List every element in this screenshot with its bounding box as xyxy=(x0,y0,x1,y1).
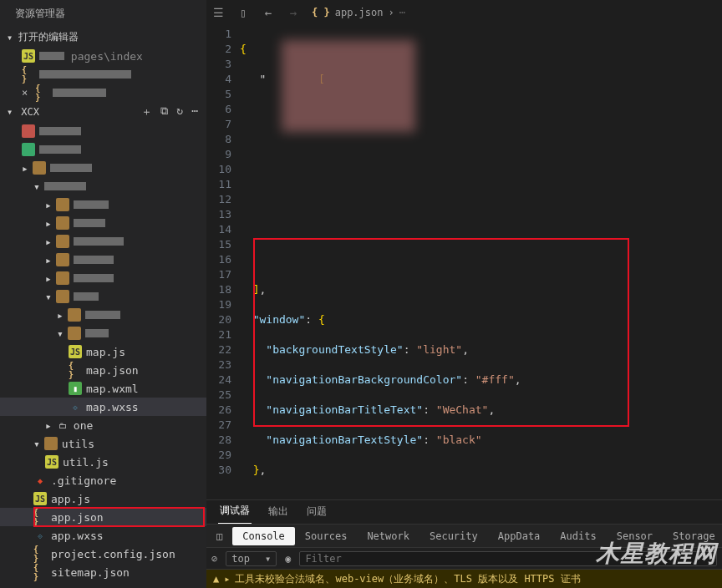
folder-icon xyxy=(56,271,69,285)
tree-item[interactable]: ▸ xyxy=(0,195,206,214)
js-file-icon: JS xyxy=(33,492,47,505)
refresh-icon[interactable]: ↻ xyxy=(176,104,183,119)
tree-item[interactable] xyxy=(0,140,206,159)
chevron-down-icon: ▾ xyxy=(33,438,40,450)
tree-item[interactable]: ▾ xyxy=(0,287,206,306)
chevron-right-icon: ▸ xyxy=(45,217,52,230)
eye-icon[interactable]: ◉ xyxy=(285,553,291,565)
devtab-sensor[interactable]: Sensor xyxy=(607,525,663,547)
js-file-icon: JS xyxy=(69,345,82,358)
tree-file-map-js[interactable]: JSmap.js xyxy=(0,342,206,361)
console-toolbar: ⊘ top▾ ◉ xyxy=(206,548,722,570)
tree-item[interactable]: ▾ xyxy=(0,324,206,342)
tree-item[interactable]: ▸ xyxy=(0,269,206,287)
warning-icon: ▲ xyxy=(213,573,219,585)
forward-icon[interactable]: → xyxy=(287,6,300,19)
chevron-down-icon: ▾ xyxy=(7,32,15,43)
tree-file-project-config[interactable]: { }project.config.json xyxy=(0,545,206,563)
tab-debugger[interactable]: 调试器 xyxy=(218,499,252,524)
git-icon: ◆ xyxy=(33,474,47,487)
devtab-audits[interactable]: Audits xyxy=(550,525,606,547)
breadcrumb[interactable]: { } app.json › ⋯ xyxy=(312,7,405,18)
file-tree: ▸ ▾ ▸ ▸ ▸ ▸ ▸ ▾ ▸ ▾ JSmap.js { }map.json… xyxy=(0,122,206,588)
tree-folder-utils[interactable]: ▾utils xyxy=(0,434,206,453)
code-editor[interactable]: 1234567891011121314151617181920212223242… xyxy=(206,25,722,499)
wxss-file-icon: ⟐ xyxy=(33,529,47,542)
tree-item[interactable] xyxy=(0,122,206,140)
tree-item[interactable]: ▸ xyxy=(0,159,206,177)
tab-output[interactable]: 输出 xyxy=(267,499,290,524)
chevron-right-icon: ▸ xyxy=(45,419,52,432)
chevron-right-icon: ▸ xyxy=(45,272,52,285)
explorer-title: 资源管理器 xyxy=(0,0,206,28)
json-file-icon: { } xyxy=(22,68,35,81)
tree-item[interactable]: ▸ xyxy=(0,232,206,251)
folder-icon xyxy=(56,235,69,248)
json-file-icon: { } xyxy=(33,565,47,579)
tree-item[interactable]: ▸ xyxy=(0,306,206,324)
tree-file-sitemap[interactable]: { }sitemap.json xyxy=(0,563,206,581)
open-editor-item[interactable]: × { } xyxy=(0,84,206,102)
devtab-network[interactable]: Network xyxy=(357,525,419,547)
tree-folder-one[interactable]: ▸🗀one xyxy=(0,416,206,434)
chevron-right-icon: ▸ xyxy=(45,236,52,248)
folder-icon xyxy=(44,437,58,450)
folder-icon xyxy=(68,327,81,340)
devtab-storage[interactable]: Storage xyxy=(663,525,722,547)
tree-item[interactable]: ▸ xyxy=(0,251,206,269)
bottom-panel-tabs: 调试器 输出 问题 xyxy=(206,499,722,525)
devtab-security[interactable]: Security xyxy=(419,525,488,547)
tab-problems[interactable]: 问题 xyxy=(305,499,328,524)
json-file-icon: { } xyxy=(35,86,48,99)
console-warning: ▲ ▸ 工具未校验合法域名、web-view（业务域名）、TLS 版本以及 HT… xyxy=(206,570,722,588)
folder-icon xyxy=(56,253,69,266)
more-icon[interactable]: ⋯ xyxy=(191,104,198,119)
tree-file-gitignore[interactable]: ◆.gitignore xyxy=(0,471,206,489)
project-section[interactable]: ▾ XCX ＋ ⧉ ↻ ⋯ xyxy=(0,102,206,122)
close-icon[interactable]: × xyxy=(22,87,28,99)
new-folder-icon[interactable]: ⧉ xyxy=(160,104,168,119)
tree-file-map-json[interactable]: { }map.json xyxy=(0,361,206,379)
chevron-right-icon: ▸ xyxy=(57,309,64,322)
list-icon[interactable]: ☰ xyxy=(211,6,225,19)
tree-file-app-wxss[interactable]: ⟐app.wxss xyxy=(0,526,206,545)
tree-file-map-wxml[interactable]: ▮map.wxml xyxy=(0,379,206,398)
chevron-right-icon: ▸ xyxy=(45,199,52,211)
devtab-console[interactable]: Console xyxy=(232,527,295,545)
inspect-icon[interactable]: ◫ xyxy=(206,525,232,547)
wxss-file-icon: ⟐ xyxy=(69,400,82,413)
clear-icon[interactable]: ⊘ xyxy=(211,553,217,565)
tree-file-app-js[interactable]: JSapp.js xyxy=(0,489,206,508)
filter-input[interactable] xyxy=(299,551,717,566)
folder-icon xyxy=(22,124,35,138)
chevron-down-icon: ▾ xyxy=(33,180,40,193)
devtab-appdata[interactable]: AppData xyxy=(488,525,551,547)
tree-file-map-wxss[interactable]: ⟐map.wxss xyxy=(0,398,206,416)
tree-item[interactable]: ▾ xyxy=(0,177,206,195)
open-editor-item[interactable]: JS pages\index xyxy=(0,47,206,65)
code-content[interactable]: { " [ ], "wi xyxy=(240,25,722,499)
devtab-sources[interactable]: Sources xyxy=(295,525,358,547)
folder-icon: 🗀 xyxy=(56,418,69,432)
tree-file-util-js[interactable]: JSutil.js xyxy=(0,453,206,471)
folder-icon xyxy=(56,290,69,303)
folder-icon xyxy=(22,143,35,156)
chevron-down-icon: ▾ xyxy=(45,291,52,303)
context-dropdown[interactable]: top▾ xyxy=(226,551,277,566)
json-file-icon: { } xyxy=(33,547,47,560)
js-file-icon: JS xyxy=(22,49,35,63)
chevron-down-icon: ▾ xyxy=(57,327,64,340)
folder-icon xyxy=(33,161,46,175)
tree-file-app-json[interactable]: { }app.json xyxy=(0,508,206,526)
folder-icon xyxy=(68,308,81,322)
chevron-right-icon: ▸ xyxy=(224,573,230,585)
json-file-icon: { } xyxy=(69,363,82,377)
new-file-icon[interactable]: ＋ xyxy=(141,104,152,119)
open-editors-section[interactable]: ▾ 打开的编辑器 xyxy=(0,28,206,47)
tree-item[interactable]: ▸ xyxy=(0,214,206,232)
folder-icon xyxy=(56,216,69,230)
back-icon[interactable]: ← xyxy=(262,6,275,19)
open-editor-item[interactable]: { } xyxy=(0,65,206,84)
bookmark-icon[interactable]: ▯ xyxy=(236,6,250,19)
chevron-right-icon: ▸ xyxy=(45,254,52,266)
